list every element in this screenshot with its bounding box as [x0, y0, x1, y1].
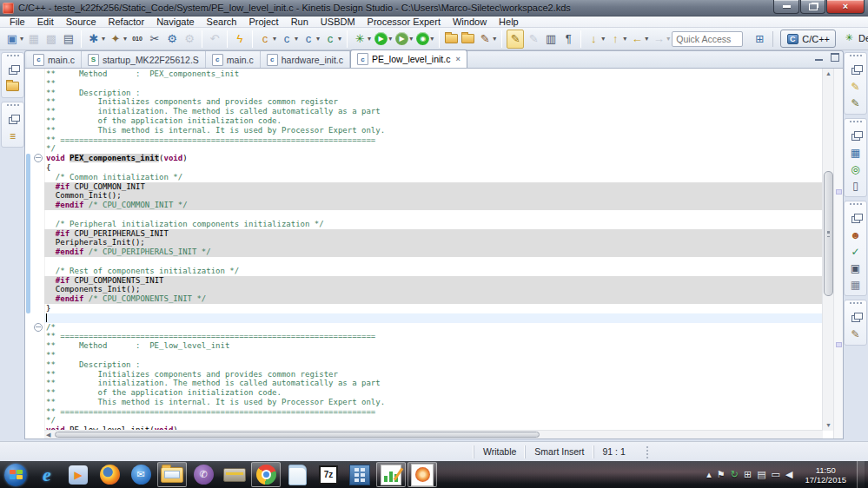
menu-edit[interactable]: Edit — [31, 16, 60, 28]
tab-main.c[interactable]: cmain.c — [27, 51, 82, 68]
next-annotation-button[interactable]: ↑▾ — [607, 30, 627, 48]
perspective-debug[interactable]: Debug — [838, 30, 868, 46]
perspective-cc[interactable]: C/C++ — [780, 30, 836, 48]
profile-button-dropdown[interactable]: ▾ — [430, 35, 434, 43]
menu-project[interactable]: Project — [242, 16, 284, 28]
code-line[interactable] — [44, 257, 823, 267]
code-brush-button[interactable]: ✎▾ — [477, 30, 497, 48]
vertical-scroll-thumb[interactable] — [824, 171, 833, 295]
code-line[interactable]: ** initialization. The method is called … — [44, 107, 823, 116]
properties-table-icon[interactable]: ▦ — [845, 276, 866, 293]
building-app-icon[interactable] — [345, 462, 374, 487]
new-project-wizard-button[interactable]: c▾ — [257, 30, 277, 48]
print-button[interactable]: ▤ — [61, 30, 76, 48]
project-explorer-folder-icon[interactable] — [2, 78, 23, 95]
code-line[interactable]: #if CPU_COMPONENTS_INIT — [44, 276, 823, 286]
code-lines[interactable]: ** Method : PEX_components_init**** Desc… — [44, 69, 823, 431]
code-line[interactable]: #endif /* CPU_PERIPHERALS_INIT */ — [44, 247, 823, 257]
clipboard-icon[interactable]: ▤ — [757, 470, 765, 479]
open-project-button[interactable] — [461, 30, 475, 48]
fold-column[interactable] — [32, 69, 45, 439]
firefox-icon[interactable] — [95, 462, 124, 487]
new-class-button-dropdown[interactable]: ▾ — [338, 35, 341, 43]
network-app-icon[interactable] — [407, 462, 437, 487]
restore-project-explorer-button[interactable] — [2, 62, 23, 78]
code-line[interactable]: */ — [44, 416, 823, 425]
code-line[interactable]: ** of the application initialization cod… — [44, 116, 823, 126]
code-line[interactable]: Components_Init(); — [44, 285, 823, 294]
code-line[interactable]: ** This method is internal. It is used b… — [44, 126, 823, 135]
code-line[interactable]: */ — [44, 144, 823, 154]
code-line[interactable]: ** =====================================… — [44, 407, 823, 417]
components-icon[interactable]: ▦ — [845, 144, 866, 161]
tab-hardware_init.c[interactable]: chardware_init.c — [261, 51, 350, 68]
console-monitor-icon[interactable]: ▣ — [845, 260, 866, 276]
code-line[interactable]: ** This method is internal. It is used b… — [44, 398, 823, 407]
speaker-icon[interactable]: ◀ — [785, 470, 792, 479]
new-build-target-button[interactable]: c▾ — [279, 30, 299, 48]
close-tab-button[interactable]: × — [455, 55, 460, 63]
tool-icon[interactable] — [220, 462, 249, 487]
device-icon[interactable]: ▯ — [845, 177, 866, 194]
code-line[interactable]: Common_Init(); — [44, 191, 823, 201]
block-selection-button[interactable]: ▥ — [543, 30, 559, 48]
target-icon[interactable]: ◎ — [845, 161, 866, 177]
code-line[interactable]: ** Description : — [44, 360, 823, 370]
7zip-icon[interactable]: 7z — [314, 462, 343, 487]
quick-access-input[interactable] — [672, 31, 743, 47]
code-line[interactable]: { — [44, 163, 823, 173]
last-edit-location-button[interactable]: ↓▾ — [586, 30, 606, 48]
show-whitespace-button[interactable]: ¶ — [560, 30, 576, 48]
run-button[interactable]: ▶▾ — [374, 30, 393, 48]
build-button[interactable]: ✦▾ — [108, 30, 128, 48]
code-line[interactable]: ** initialization. The method is called … — [44, 379, 823, 388]
code-line[interactable]: ** Description : — [44, 89, 823, 98]
windows-explorer-icon[interactable] — [157, 462, 187, 487]
menu-processor-expert[interactable]: Processor Expert — [361, 16, 447, 28]
forward-button-dropdown[interactable]: ▾ — [666, 35, 670, 43]
title-bar[interactable]: C/C++ - teste_k22fx256/Static_Code/Syste… — [0, 0, 868, 16]
profile-button[interactable]: ◉▾ — [415, 30, 434, 48]
run-external-button[interactable]: ▶▾ — [394, 30, 414, 48]
menu-file[interactable]: File — [3, 16, 31, 28]
notepad-icon[interactable] — [282, 462, 312, 487]
outline-tree-icon[interactable]: ≡ — [2, 128, 23, 144]
code-line[interactable]: #if CPU_PERIPHERALS_INIT — [44, 229, 823, 239]
tab-main.c[interactable]: cmain.c — [206, 51, 261, 68]
restore-button[interactable] — [800, 0, 825, 14]
close-button[interactable]: × — [826, 0, 865, 14]
code-line[interactable]: #if CPU_COMMON_INIT — [44, 182, 823, 192]
code-editor[interactable]: ** Method : PEX_components_init**** Desc… — [24, 68, 844, 439]
show-desktop-button[interactable] — [857, 461, 865, 488]
windows-update-icon[interactable]: ↻ — [731, 470, 739, 479]
last-edit-location-button-dropdown[interactable]: ▾ — [601, 35, 605, 43]
fold-collapse-button[interactable] — [34, 323, 43, 332]
restore-bottom-view-button[interactable] — [845, 309, 866, 326]
code-line[interactable]: ** — [44, 79, 823, 89]
viber-icon[interactable]: ✆ — [189, 462, 218, 487]
code-line[interactable]: ** =====================================… — [44, 332, 823, 341]
open-folder-button[interactable] — [444, 30, 459, 48]
menu-source[interactable]: Source — [60, 16, 103, 28]
chrome-icon[interactable] — [251, 462, 281, 487]
menu-window[interactable]: Window — [447, 16, 493, 28]
manage-configurations-button-dropdown[interactable]: ▾ — [102, 35, 105, 43]
menu-usbdm[interactable]: USBDM — [315, 16, 361, 28]
start-button[interactable] — [1, 462, 30, 487]
debug-button[interactable]: ✳▾ — [352, 30, 372, 48]
binary-file-button[interactable]: 010 — [129, 30, 145, 48]
overview-ruler[interactable] — [833, 69, 843, 439]
code-line[interactable]: ** =====================================… — [44, 135, 823, 145]
overview-mark[interactable] — [836, 189, 842, 195]
restore-components-button[interactable] — [845, 128, 866, 144]
code-brush-button-dropdown[interactable]: ▾ — [493, 35, 496, 43]
menu-refactor[interactable]: Refactor — [103, 16, 151, 28]
code-line[interactable]: /* Peripheral initialization components … — [44, 220, 823, 229]
new-wizard-button[interactable]: ▣▾ — [4, 30, 24, 48]
minimize-editor-button[interactable] — [814, 53, 825, 62]
pencil-icon[interactable]: ✎ — [845, 78, 866, 95]
action-center-flag-icon[interactable]: ⚑ — [717, 470, 726, 479]
code-line[interactable]: void PEX_components_init(void) — [44, 154, 823, 163]
manage-configurations-button[interactable]: ✱▾ — [86, 30, 106, 48]
menu-run[interactable]: Run — [285, 16, 315, 28]
